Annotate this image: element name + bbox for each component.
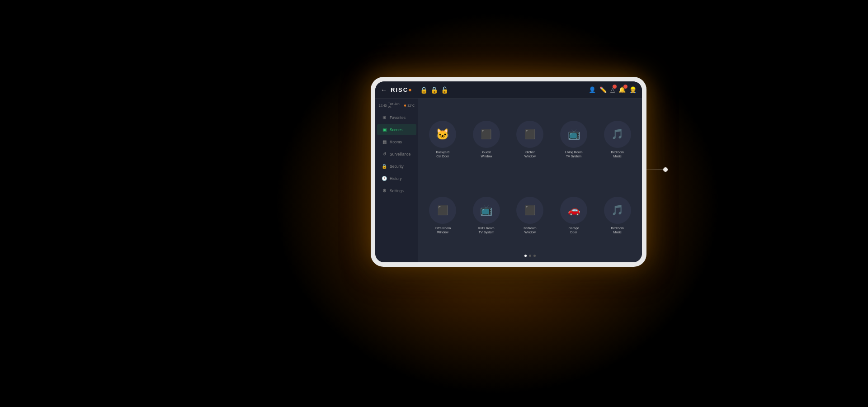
living-tv-icon: 📺 — [568, 128, 580, 140]
page-dot-2[interactable] — [529, 255, 531, 257]
lock-green-icon[interactable]: 🔓 — [441, 86, 448, 94]
temp-display: 32°C — [407, 104, 415, 107]
settings-label: Settings — [390, 189, 404, 193]
scene-label-kids-window: Kid's RoomWindow — [435, 226, 451, 234]
scene-label-bedroom-music-2: BedroomMusic — [611, 226, 623, 234]
scene-circle-garage: 🚗 — [560, 197, 587, 224]
scene-circle-kitchen-window: ⬛ — [516, 121, 543, 148]
alert-icon[interactable]: △ — [610, 86, 615, 93]
sidebar-item-surveillance[interactable]: ↺ Surveillance — [377, 148, 416, 160]
scene-bedroom-music-2[interactable]: 🎵 BedroomMusic — [597, 180, 637, 252]
topbar-right-icons: 👤 ✏️ △ 🔔 👷 — [589, 86, 637, 93]
bedroom-music-2-icon: 🎵 — [611, 204, 623, 216]
scene-circle-bedroom-music-1: 🎵 — [604, 121, 631, 148]
scene-guest-window[interactable]: ⬛ GuestWindow — [467, 103, 507, 176]
edit-icon[interactable]: ✏️ — [599, 86, 607, 93]
security-label: Security — [390, 164, 404, 169]
page-dot-3[interactable] — [533, 255, 536, 257]
scene-label-living-tv: Living RoomTV System — [565, 150, 583, 158]
time-display: 17:45 — [379, 104, 387, 107]
sidebar-item-security[interactable]: 🔒 Security — [377, 161, 416, 172]
connector-dot — [663, 167, 668, 172]
scenes-icon: ▣ — [382, 127, 387, 132]
garage-icon: 🚗 — [568, 204, 580, 216]
sidebar-item-favorites[interactable]: ⊞ Favorites — [377, 112, 416, 123]
main-area: 17:45 Tue Jun 21 32°C ⊞ Favorites ▣ Scen… — [375, 99, 642, 262]
scenes-label: Scenes — [390, 128, 402, 132]
scene-label-guest-window: GuestWindow — [481, 150, 492, 158]
guest-window-icon: ⬛ — [481, 129, 492, 140]
sidebar-item-scenes[interactable]: ▣ Scenes — [377, 124, 416, 135]
scene-bedroom-music-1[interactable]: 🎵 BedroomMusic — [597, 103, 637, 176]
rooms-label: Rooms — [390, 140, 402, 144]
scene-garage-door[interactable]: 🚗 GarageDoor — [554, 180, 594, 252]
rooms-icon: ▦ — [382, 139, 387, 144]
alert-badge — [613, 85, 617, 89]
scene-bedroom-window[interactable]: ⬛ BedroomWindow — [510, 180, 550, 252]
settings-icon: ⚙ — [382, 188, 387, 193]
risco-logo: RISC● — [391, 86, 413, 93]
user-icon[interactable]: 👤 — [589, 86, 596, 93]
date-display: Tue Jun 21 — [388, 102, 403, 109]
scene-circle-kids-tv: 📺 — [473, 197, 500, 224]
scene-circle-bedroom-music-2: 🎵 — [604, 197, 631, 224]
scene-kids-window[interactable]: ⬛ Kid's RoomWindow — [423, 180, 463, 252]
history-label: History — [390, 176, 401, 181]
favorites-label: Favorites — [390, 115, 406, 120]
scene-circle-guest-window: ⬛ — [473, 121, 500, 148]
avatar-icon[interactable]: 👷 — [629, 86, 637, 93]
back-button[interactable]: ← — [381, 86, 387, 94]
tablet-device: ← RISC● 🔒 🔒 🔓 👤 ✏️ △ 🔔 👷 — [371, 77, 646, 267]
kids-window-icon: ⬛ — [437, 205, 448, 216]
bell-icon[interactable]: 🔔 — [618, 86, 626, 93]
scenes-content: 🐱 BackyardCat Door ⬛ GuestWindow ⬛ — [418, 99, 642, 262]
tablet-screen: ← RISC● 🔒 🔒 🔓 👤 ✏️ △ 🔔 👷 — [375, 81, 642, 262]
lock-orange-icon[interactable]: 🔒 — [430, 86, 438, 94]
scene-label-cat: BackyardCat Door — [436, 150, 449, 158]
datetime-display: 17:45 Tue Jun 21 32°C — [375, 101, 418, 111]
scene-label-bedroom-window: BedroomWindow — [524, 226, 536, 234]
sidebar: 17:45 Tue Jun 21 32°C ⊞ Favorites ▣ Scen… — [375, 99, 418, 262]
scene-circle-bedroom-window: ⬛ — [516, 197, 543, 224]
scene-label-garage: GarageDoor — [568, 226, 579, 234]
surveillance-label: Surveillance — [390, 152, 410, 156]
scenes-grid: 🐱 BackyardCat Door ⬛ GuestWindow ⬛ — [423, 103, 637, 252]
kids-tv-icon: 📺 — [480, 204, 492, 216]
kitchen-window-icon: ⬛ — [524, 129, 536, 140]
security-icon: 🔒 — [382, 164, 387, 169]
scene-kitchen-window[interactable]: ⬛ KitchenWindow — [510, 103, 550, 176]
page-dot-1[interactable] — [524, 255, 527, 257]
topbar: ← RISC● 🔒 🔒 🔓 👤 ✏️ △ 🔔 👷 — [375, 81, 642, 99]
scene-circle-cat: 🐱 — [429, 121, 456, 148]
scene-circle-living-tv: 📺 — [560, 121, 587, 148]
scene-kids-tv[interactable]: 📺 Kid's RoomTV System — [467, 180, 507, 252]
lock-status-group: 🔒 🔒 🔓 — [420, 86, 448, 94]
lock-red-icon[interactable]: 🔒 — [420, 86, 428, 94]
surveillance-icon: ↺ — [382, 151, 387, 156]
scene-label-bedroom-music-1: BedroomMusic — [611, 150, 623, 158]
bedroom-music-1-icon: 🎵 — [611, 128, 623, 140]
scene-label-kitchen-window: KitchenWindow — [524, 150, 536, 158]
sidebar-item-settings[interactable]: ⚙ Settings — [377, 185, 416, 196]
history-icon: 🕐 — [382, 176, 387, 181]
scene-label-kids-tv: Kid's RoomTV System — [478, 226, 495, 234]
bedroom-window-icon: ⬛ — [524, 205, 536, 216]
scene-backyard-cat-door[interactable]: 🐱 BackyardCat Door — [423, 103, 463, 176]
sidebar-item-rooms[interactable]: ▦ Rooms — [377, 136, 416, 147]
sidebar-item-history[interactable]: 🕐 History — [377, 173, 416, 184]
cat-icon: 🐱 — [436, 128, 449, 141]
temp-dot-icon — [404, 104, 406, 107]
favorites-icon: ⊞ — [382, 115, 387, 120]
scene-living-room-tv[interactable]: 📺 Living RoomTV System — [554, 103, 594, 176]
page-indicators — [423, 252, 637, 258]
scene-circle-kids-window: ⬛ — [429, 197, 456, 224]
bell-badge — [623, 85, 627, 89]
